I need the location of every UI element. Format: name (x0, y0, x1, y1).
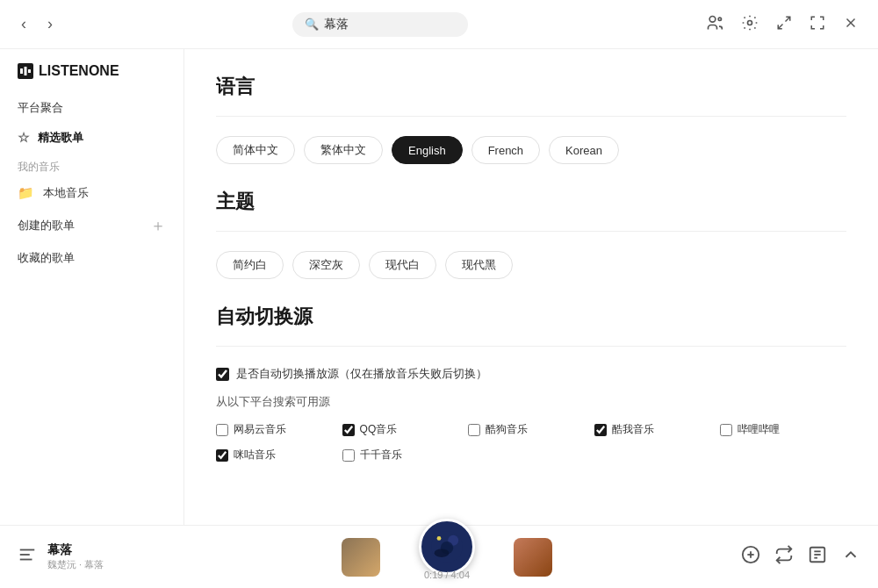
platform-qq: QQ音乐 (342, 422, 469, 437)
platform-qianqian: 千千音乐 (342, 448, 469, 463)
platform-migu: 咪咕音乐 (216, 448, 342, 463)
platform-bilibili-checkbox[interactable] (720, 424, 732, 436)
platform-migu-checkbox[interactable] (216, 449, 228, 462)
svg-rect-7 (20, 68, 23, 74)
auto-switch-divider (216, 346, 846, 347)
language-options: 简体中文 繁体中文 English French Korean (216, 136, 846, 164)
sidebar: LISTENONE 平台聚合 ☆ 精选歌单 我的音乐 📁 本地音乐 创建的歌单 … (0, 49, 184, 525)
auto-switch-section: 是否自动切换播放源（仅在播放音乐失败后切换） 从以下平台搜索可用源 网易云音乐 … (216, 366, 846, 463)
svg-rect-9 (28, 69, 31, 73)
player-album-art: 0:19 / 4:04 (163, 538, 730, 577)
my-music-label: 我的音乐 (0, 153, 184, 178)
lang-korean[interactable]: Korean (549, 136, 619, 164)
platform-netease-checkbox[interactable] (216, 424, 228, 436)
svg-point-17 (437, 536, 442, 541)
sidebar-local-label: 本地音乐 (43, 185, 89, 201)
sidebar-collected-label: 收藏的歌单 (18, 250, 75, 266)
repeat-button[interactable] (774, 545, 794, 569)
theme-options: 简约白 深空灰 现代白 现代黑 (216, 251, 846, 279)
player-time: 0:19 / 4:04 (424, 570, 470, 580)
album-art-main[interactable] (419, 519, 475, 575)
folder-icon: 📁 (18, 185, 34, 201)
fullscreen-button[interactable] (804, 9, 831, 40)
platform-qq-label: QQ音乐 (360, 422, 398, 437)
svg-point-1 (718, 18, 721, 20)
platform-bilibili: 哔哩哔哩 (720, 422, 846, 437)
lang-english[interactable]: English (392, 136, 463, 164)
auto-switch-title: 自动切换源 (216, 304, 846, 330)
forward-button[interactable]: › (40, 11, 60, 37)
platform-bilibili-label: 哔哩哔哩 (738, 422, 780, 437)
theme-divider (216, 231, 846, 232)
sidebar-item-featured[interactable]: ☆ 精选歌单 (0, 123, 184, 153)
player-bar: 幕落 魏楚沅 · 幕落 0:19 / 4:04 (0, 525, 878, 588)
platform-kugou: 酷狗音乐 (468, 422, 594, 437)
svg-point-16 (435, 549, 450, 557)
nav-buttons: ‹ › (14, 11, 60, 37)
star-icon: ☆ (18, 130, 29, 146)
album-art-right[interactable] (514, 538, 552, 577)
close-button[interactable] (838, 9, 864, 40)
album-art-left[interactable] (342, 538, 380, 577)
sidebar-featured-label: 精选歌单 (38, 130, 83, 146)
player-controls (741, 545, 860, 569)
sidebar-item-local[interactable]: 📁 本地音乐 (0, 178, 184, 208)
minimize-window-button[interactable] (771, 9, 797, 40)
app-name: LISTENONE (39, 63, 119, 79)
platform-qianqian-checkbox[interactable] (342, 449, 355, 462)
sidebar-item-platform[interactable]: 平台聚合 (0, 93, 184, 123)
topbar-actions (701, 9, 864, 40)
user-button[interactable] (701, 9, 729, 40)
lang-french[interactable]: French (471, 136, 540, 164)
song-title: 幕落 (47, 542, 153, 558)
theme-modern-black[interactable]: 现代黑 (445, 251, 513, 279)
platform-qianqian-label: 千千音乐 (360, 448, 402, 463)
platform-grid: 网易云音乐 QQ音乐 酷狗音乐 酷我音乐 哔哩哔哩 (216, 422, 846, 463)
lang-traditional-chinese[interactable]: 繁体中文 (304, 136, 383, 164)
theme-simple-white[interactable]: 简约白 (216, 251, 284, 279)
settings-content: 语言 简体中文 繁体中文 English French Korean 主题 简约… (184, 49, 878, 525)
search-bar: 🔍 (292, 12, 468, 37)
settings-button[interactable] (736, 9, 764, 40)
search-icon: 🔍 (305, 18, 319, 31)
auto-switch-checkbox-row: 是否自动切换播放源（仅在播放音乐失败后切换） (216, 366, 846, 382)
platform-netease: 网易云音乐 (216, 422, 342, 437)
playlist-button[interactable] (18, 545, 37, 569)
sidebar-item-created[interactable]: 创建的歌单 ＋ (0, 208, 184, 243)
svg-line-4 (778, 24, 782, 28)
sidebar-created-label: 创建的歌单 (18, 218, 75, 233)
svg-rect-8 (25, 67, 27, 75)
expand-button[interactable] (841, 545, 860, 569)
back-button[interactable]: ‹ (14, 11, 33, 37)
sidebar-item-collected[interactable]: 收藏的歌单 (0, 243, 184, 273)
app-logo: LISTENONE (0, 63, 184, 93)
main-layout: LISTENONE 平台聚合 ☆ 精选歌单 我的音乐 📁 本地音乐 创建的歌单 … (0, 49, 878, 525)
lang-simplified-chinese[interactable]: 简体中文 (216, 136, 295, 164)
player-song-info: 幕落 魏楚沅 · 幕落 (47, 542, 153, 571)
platform-netease-label: 网易云音乐 (234, 422, 286, 437)
auto-switch-label: 是否自动切换播放源（仅在播放音乐失败后切换） (236, 366, 487, 382)
svg-point-2 (748, 20, 752, 25)
language-divider (216, 116, 846, 117)
song-artist: 魏楚沅 · 幕落 (47, 558, 153, 571)
platform-kugou-checkbox[interactable] (468, 424, 480, 436)
add-to-playlist-button[interactable] (741, 545, 760, 569)
platform-kuwo-label: 酷我音乐 (612, 422, 654, 437)
platform-kuwo-checkbox[interactable] (594, 424, 607, 436)
logo-icon (18, 63, 33, 79)
svg-point-0 (709, 16, 716, 22)
add-playlist-button[interactable]: ＋ (150, 215, 166, 236)
platform-qq-checkbox[interactable] (342, 424, 355, 436)
platform-migu-label: 咪咕音乐 (234, 448, 276, 463)
theme-title: 主题 (216, 189, 846, 215)
language-title: 语言 (216, 74, 846, 100)
sidebar-platform-label: 平台聚合 (18, 100, 63, 116)
theme-modern-white[interactable]: 现代白 (369, 251, 436, 279)
platform-search-label: 从以下平台搜索可用源 (216, 394, 846, 410)
platform-kuwo: 酷我音乐 (594, 422, 721, 437)
theme-deep-gray[interactable]: 深空灰 (292, 251, 360, 279)
search-input[interactable] (324, 18, 447, 32)
auto-switch-checkbox[interactable] (216, 368, 229, 381)
platform-kugou-label: 酷狗音乐 (486, 422, 528, 437)
menu-dots-button[interactable] (808, 545, 827, 569)
